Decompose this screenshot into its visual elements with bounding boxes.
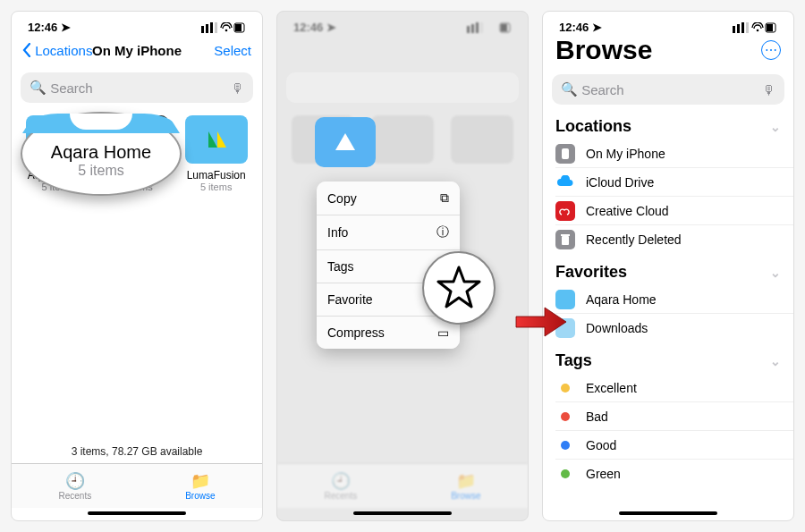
status-bar: 12:46 ➤: [543, 12, 793, 30]
search-placeholder: Search: [50, 80, 93, 96]
section-tags[interactable]: Tags⌄: [543, 342, 793, 374]
mic-icon[interactable]: 🎙︎: [231, 80, 244, 96]
svg-rect-20: [562, 148, 569, 159]
long-pressed-folder: [315, 117, 376, 167]
menu-compress[interactable]: Compress▭: [317, 317, 460, 349]
creative-cloud-icon: [558, 206, 572, 216]
menu-info[interactable]: Infoⓘ: [317, 215, 460, 250]
more-button[interactable]: ⋯: [761, 40, 781, 60]
footer-status: 3 items, 78.27 GB available: [12, 440, 262, 463]
svg-rect-22: [561, 234, 570, 236]
search-input[interactable]: 🔍 Search 🎙︎: [552, 74, 784, 105]
compress-icon: ▭: [437, 325, 449, 340]
info-icon: ⓘ: [436, 224, 449, 241]
ellipsis-icon: ⋯: [765, 43, 778, 57]
star-icon-large: [435, 264, 483, 312]
chevron-down-icon: ⌄: [770, 120, 781, 134]
phone-icon: [559, 148, 572, 160]
home-indicator[interactable]: [88, 511, 186, 515]
favorite-downloads[interactable]: Downloads: [555, 314, 793, 342]
menu-copy[interactable]: Copy⧉: [317, 182, 460, 215]
tab-browse[interactable]: 📁Browse: [185, 471, 215, 501]
location-on-my-iphone[interactable]: On My iPhone: [555, 139, 793, 168]
tag-dot-icon: [561, 412, 570, 421]
search-icon: 🔍: [30, 80, 50, 96]
tag-excellent[interactable]: Excellent: [555, 374, 793, 402]
back-button[interactable]: Locations: [22, 43, 92, 58]
screen-2-context-menu: 12:46 ➤ 🕘Recents 📁Browse Copy⧉ Infoⓘ Tag…: [276, 11, 529, 521]
select-button[interactable]: Select: [214, 43, 251, 58]
chevron-left-icon: [22, 43, 31, 57]
tab-bar: 🕘Recents 📁Browse: [12, 463, 262, 508]
location-creative-cloud[interactable]: Creative Cloud: [555, 197, 793, 225]
tag-dot-icon: [561, 469, 570, 478]
location-recently-deleted[interactable]: Recently Deleted: [555, 225, 793, 254]
tutorial-arrow-icon: [514, 304, 568, 340]
mic-icon[interactable]: 🎙︎: [762, 82, 775, 97]
tag-dot-icon: [561, 441, 570, 450]
screen-1-on-my-iphone: 12:46 ➤ Locations On My iPhone Select 🔍 …: [11, 11, 263, 521]
svg-rect-21: [562, 236, 569, 245]
search-input[interactable]: 🔍 Search 🎙︎: [21, 72, 253, 103]
chevron-down-icon: ⌄: [770, 266, 781, 280]
tag-bad[interactable]: Bad: [555, 402, 793, 431]
nav-bar: Locations On My iPhone Select: [12, 30, 262, 65]
copy-icon: ⧉: [440, 190, 449, 206]
folder-lumafusion[interactable]: LumaFusion 5 items: [179, 115, 253, 192]
cloud-icon: [555, 175, 575, 190]
tag-green[interactable]: Green: [555, 460, 793, 488]
tag-dot-icon: [561, 384, 570, 393]
status-bar: 12:46 ➤: [12, 12, 262, 30]
favorite-aqara-home[interactable]: Aqara Home: [555, 285, 793, 314]
location-icloud-drive[interactable]: iCloud Drive: [555, 168, 793, 197]
screen-3-browse: 12:46 ➤ ⋯ Browse 🔍 Search 🎙︎ Locations⌄ …: [542, 11, 794, 521]
home-indicator[interactable]: [619, 511, 717, 515]
trash-icon: [560, 233, 571, 246]
tag-good[interactable]: Good: [555, 431, 793, 460]
aqara-icon: [332, 129, 359, 156]
section-favorites[interactable]: Favorites⌄: [543, 254, 793, 285]
zoom-lens-star: [422, 251, 496, 325]
page-title: Browse: [543, 30, 793, 67]
section-locations[interactable]: Locations⌄: [543, 108, 793, 139]
folder-icon: 📁: [185, 471, 215, 491]
clock-icon: 🕘: [58, 471, 91, 491]
zoom-lens-folder-label: Aqara Home 5 items: [21, 112, 182, 196]
search-icon: 🔍: [561, 81, 581, 97]
luma-icon: [205, 128, 228, 151]
chevron-down-icon: ⌄: [770, 354, 781, 368]
tab-recents[interactable]: 🕘Recents: [58, 471, 91, 501]
